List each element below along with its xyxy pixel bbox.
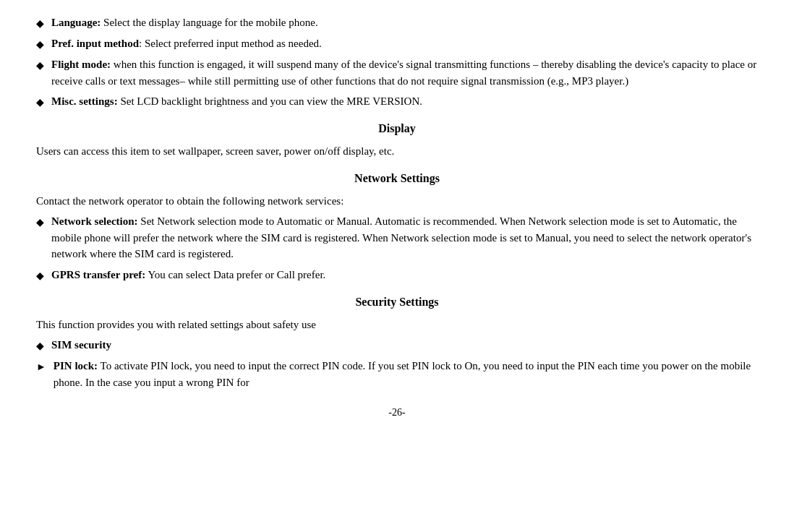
item-bold-label: GPRS transfer pref: xyxy=(51,269,145,280)
item-text: GPRS transfer pref: You can select Data … xyxy=(51,267,765,283)
list-item: ► PIN lock: To activate PIN lock, you ne… xyxy=(29,358,765,390)
item-body: : Select preferred input method as neede… xyxy=(139,38,322,49)
network-heading: Network Settings xyxy=(29,170,765,187)
bullet-diamond-icon: ◆ xyxy=(36,338,44,353)
list-item: ◆ Pref. input method: Select preferred i… xyxy=(29,35,765,52)
list-item: ◆ Language: Select the display language … xyxy=(29,14,765,31)
item-bold-label: Network selection: xyxy=(51,215,138,227)
item-text: Pref. input method: Select preferred inp… xyxy=(51,35,765,52)
item-text: Network selection: Set Network selection… xyxy=(51,213,765,262)
bullet-diamond-icon: ◆ xyxy=(36,16,44,31)
display-heading: Display xyxy=(29,120,765,137)
list-item: ◆ GPRS transfer pref: You can select Dat… xyxy=(29,267,765,283)
item-body: when this function is engaged, it will s… xyxy=(51,59,756,87)
item-body: To activate PIN lock, you need to input … xyxy=(54,360,751,388)
item-body: You can select Data prefer or Call prefe… xyxy=(145,269,325,280)
display-paragraph: Users can access this item to set wallpa… xyxy=(29,143,765,160)
network-paragraph: Contact the network operator to obtain t… xyxy=(29,193,765,210)
item-bold-label: SIM security xyxy=(51,339,111,351)
list-item: ◆ Misc. settings: Set LCD backlight brig… xyxy=(29,93,765,110)
bullet-diamond-icon: ◆ xyxy=(36,58,44,73)
item-body: Set LCD backlight brightness and you can… xyxy=(118,95,422,107)
list-item: ◆ Flight mode: when this function is eng… xyxy=(29,56,765,89)
security-paragraph: This function provides you with related … xyxy=(29,317,765,333)
item-bold-label: Flight mode: xyxy=(51,59,111,70)
item-text: PIN lock: To activate PIN lock, you need… xyxy=(54,358,765,390)
item-bold-label: Misc. settings: xyxy=(51,95,118,107)
bullet-diamond-icon: ◆ xyxy=(36,268,44,283)
item-body: Set Network selection mode to Automatic … xyxy=(51,215,751,259)
list-item: ◆ Network selection: Set Network selecti… xyxy=(29,213,765,262)
item-text: Misc. settings: Set LCD backlight bright… xyxy=(51,93,765,110)
item-bold-label: Pref. input method xyxy=(51,38,139,49)
bullet-diamond-icon: ◆ xyxy=(36,95,44,110)
item-text: Flight mode: when this function is engag… xyxy=(51,56,765,89)
item-text: Language: Select the display language fo… xyxy=(51,14,765,31)
bullet-diamond-icon: ◆ xyxy=(36,215,44,230)
page-number: -26- xyxy=(29,405,765,420)
item-text: SIM security xyxy=(51,337,765,353)
item-bold-label: PIN lock: xyxy=(54,360,98,372)
item-body: Select the display language for the mobi… xyxy=(101,17,317,28)
bullet-arrow-icon: ► xyxy=(36,359,46,374)
list-item: ◆ SIM security xyxy=(29,337,765,353)
security-heading: Security Settings xyxy=(29,293,765,311)
page-content: ◆ Language: Select the display language … xyxy=(29,14,765,420)
item-bold-label: Language: xyxy=(51,17,101,28)
bullet-diamond-icon: ◆ xyxy=(36,37,44,52)
